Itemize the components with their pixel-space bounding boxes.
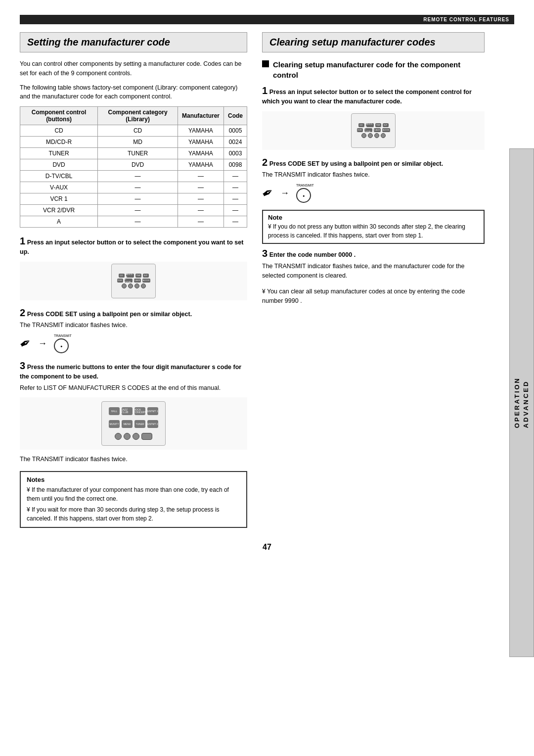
transmit-indicator-right: TRANSMIT ● [296, 184, 314, 203]
btn-dtvbl: D-TV/CBL [125, 279, 133, 283]
right-extra-note: ¥ You can clear all setup manufacturer c… [262, 287, 485, 306]
right-note-text: ¥ If you do not press any button within … [268, 222, 479, 240]
left-notes-text-2: If you wait for more than 30 seconds dur… [27, 506, 220, 522]
table-cell: — [178, 205, 223, 216]
sidebar-line1: ADVANCED [522, 377, 531, 428]
left-notes-box: Notes ¥ If the manufacturer of your comp… [20, 471, 247, 528]
left-intro-1: You can control other components by sett… [20, 59, 247, 78]
yen-extra: ¥ [262, 288, 266, 295]
btn-vcr1 [122, 284, 127, 288]
left-step3-number: 3 [20, 360, 25, 371]
right-step3-text: Enter the code number 0000 . [269, 251, 356, 258]
right-note-box: Note ¥ If you do not press any button wi… [262, 210, 485, 244]
right-col-main: Clearing setup manufacturer codes Cleari… [262, 32, 514, 306]
table-cell: — [223, 216, 247, 228]
table-cell: 0003 [223, 148, 247, 159]
r-btn-dtvbl: D-TV/CBL [364, 128, 372, 132]
r-btn-amp [381, 133, 386, 138]
right-step2-body: The TRANSMIT indicator flashes twice. [262, 170, 485, 180]
left-step-1: 1 Press an input selector button or to s… [20, 236, 247, 300]
left-step1-text: Press an input selector button or to sel… [20, 239, 243, 255]
table-cell: — [223, 193, 247, 205]
left-column: Setting the manufacturer code You can co… [20, 32, 247, 533]
num-btn-munity: MUNITY [109, 420, 120, 428]
table-cell: DVD [98, 159, 178, 171]
round-btn-2 [124, 433, 131, 440]
r-remote-row-3 [361, 133, 386, 138]
table-cell: 0024 [223, 137, 247, 148]
btn-mdcdr: MD/CD-R [126, 274, 134, 278]
table-row: MD/CD-RMDYAMAHA0024 [20, 137, 247, 148]
left-step-3: 3 Press the numeric buttons to enter the… [20, 360, 247, 464]
num-btn-menu: MENU [122, 420, 133, 428]
table-cell: — [223, 182, 247, 193]
table-cell: YAMAHA [178, 159, 223, 171]
num-btn-rock: ROCK CONCERT [134, 407, 145, 415]
btn-dvd: DVD [117, 279, 123, 283]
r-remote-row-2: DVD D-TV/CBL V-AUX AUX IN [357, 128, 390, 132]
remote-row-2: DVD D-TV/CBL V-AUX AUX IN [117, 279, 150, 283]
top-header: REMOTE CONTROL FEATURES [20, 15, 514, 24]
transmit-circle-right: ● [296, 188, 311, 203]
round-btn-3 [133, 433, 139, 440]
remote-row-3 [122, 284, 146, 288]
btn-vcr2 [128, 284, 133, 288]
table-cell: D-TV/CBL [20, 171, 98, 182]
table-cell: TUNER [98, 148, 178, 159]
table-row: TUNERTUNERYAMAHA0003 [20, 148, 247, 159]
table-cell: — [223, 171, 247, 182]
two-col-layout: Setting the manufacturer code You can co… [20, 32, 514, 533]
table-cell: 0098 [223, 159, 247, 171]
left-intro-2: The following table shows factory-set co… [20, 83, 247, 102]
num-btn-entmt2: ENTMT 2 [147, 420, 158, 428]
component-table: Component control (buttons) Component ca… [20, 106, 247, 228]
remote-row-1: CD MD/CD-R TNR SLP [119, 274, 149, 278]
pen-icon-right: ✒ [259, 183, 276, 203]
table-cell: 0005 [223, 125, 247, 137]
right-codeset-illustration: ✒ → TRANSMIT ● [262, 184, 485, 203]
left-notes-text-1: If the manufacturer of your component ha… [27, 486, 229, 502]
table-cell: VCR 1 [20, 193, 98, 205]
table-cell: CD [98, 125, 178, 137]
left-step2-text: Press CODE SET using a ballpoint pen or … [27, 311, 192, 318]
col-header-code: Code [223, 107, 247, 125]
r-btn-cd: CD [358, 123, 364, 127]
arrow-right-icon: → [38, 338, 47, 349]
left-step2-body: The TRANSMIT indicator flashes twice. [20, 321, 247, 330]
right-extra-note-text: You can clear all setup manufacturer cod… [262, 288, 465, 304]
arrow-right-icon-right: → [280, 188, 289, 198]
right-step1-remote-image: CD MD/CD-R TNR SLP DVD D-TV/CBL V-AUX AU… [262, 111, 485, 150]
right-step-1: 1 Press an input selector button or to s… [262, 85, 485, 150]
yen-note: ¥ [268, 223, 271, 230]
table-cell: TUNER [20, 148, 98, 159]
table-row: D-TV/CBL——— [20, 171, 247, 182]
table-cell: V-AUX [20, 182, 98, 193]
table-cell: — [98, 171, 178, 182]
remote-illustration-right: CD MD/CD-R TNR SLP DVD D-TV/CBL V-AUX AU… [351, 113, 396, 148]
left-step2-number: 2 [20, 307, 25, 318]
r-btn-mdcdr: MD/CD-R [366, 123, 374, 127]
left-step3-body1: Refer to LIST OF MANUFACTURER S CODES at… [20, 383, 247, 393]
num-btn-tuner2: TUNER [134, 420, 145, 428]
r-remote-row-1: CD MD/CD-R TNR SLP [358, 123, 389, 127]
right-column: Clearing setup manufacturer codes Cleari… [262, 32, 514, 533]
yen-2: ¥ [27, 506, 30, 513]
page-number: 47 [20, 543, 514, 562]
round-btn-1 [115, 433, 122, 440]
r-btn-dvd: DVD [357, 128, 363, 132]
col-header-category: Component category (Library) [98, 107, 178, 125]
left-section-title: Setting the manufacturer code [20, 32, 247, 52]
left-step3-remote-image: HALL JAZZ CLUB ROCK CONCERT ENTMT 1 MUNI… [20, 397, 247, 450]
r-btn-sleep: SLP [383, 123, 389, 127]
table-cell: MD/CD-R [20, 137, 98, 148]
right-note-title: Note [268, 214, 479, 221]
btn-auxinput: AUX IN [142, 279, 150, 283]
table-row: VCR 1——— [20, 193, 247, 205]
left-step3-body2: The TRANSMIT indicator flashes twice. [20, 455, 247, 464]
table-cell: YAMAHA [178, 137, 223, 148]
table-cell: CD [20, 125, 98, 137]
right-step3-number: 3 [262, 248, 267, 259]
table-row: VCR 2/DVR——— [20, 205, 247, 216]
left-notes-item-2: ¥ If you wait for more than 30 seconds d… [27, 505, 240, 523]
table-cell: — [98, 182, 178, 193]
